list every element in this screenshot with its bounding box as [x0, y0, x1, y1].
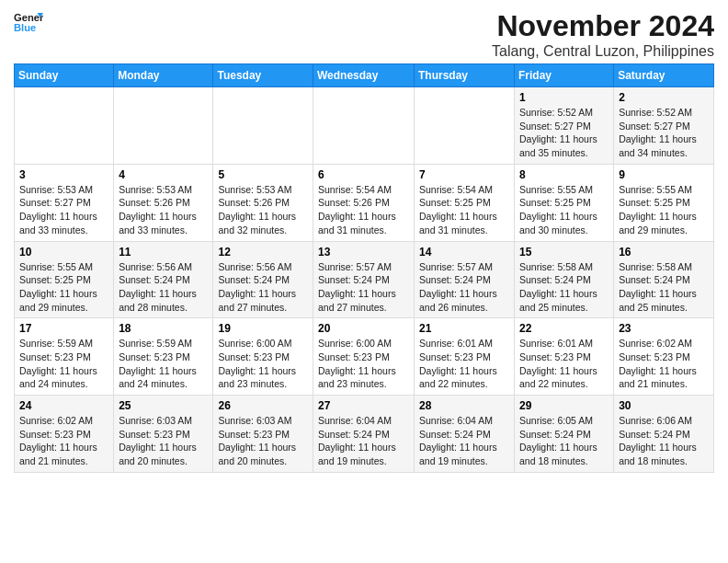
day-cell: 27Sunrise: 6:04 AM Sunset: 5:24 PM Dayli… [313, 396, 415, 473]
day-cell: 1Sunrise: 5:52 AM Sunset: 5:27 PM Daylig… [515, 87, 614, 165]
day-detail: Sunrise: 5:55 AM Sunset: 5:25 PM Dayligh… [519, 184, 597, 236]
day-number: 3 [19, 168, 108, 181]
day-cell: 26Sunrise: 6:03 AM Sunset: 5:23 PM Dayli… [213, 396, 313, 473]
day-number: 4 [119, 168, 208, 181]
day-detail: Sunrise: 6:01 AM Sunset: 5:23 PM Dayligh… [519, 338, 597, 389]
day-detail: Sunrise: 5:53 AM Sunset: 5:26 PM Dayligh… [119, 184, 197, 236]
day-number: 11 [119, 246, 208, 259]
day-cell: 30Sunrise: 6:06 AM Sunset: 5:24 PM Dayli… [614, 396, 714, 473]
day-detail: Sunrise: 5:53 AM Sunset: 5:26 PM Dayligh… [218, 184, 296, 236]
day-cell: 17Sunrise: 5:59 AM Sunset: 5:23 PM Dayli… [15, 318, 114, 396]
day-cell: 19Sunrise: 6:00 AM Sunset: 5:23 PM Dayli… [213, 318, 313, 396]
day-cell: 23Sunrise: 6:02 AM Sunset: 5:23 PM Dayli… [614, 318, 714, 396]
day-cell: 2Sunrise: 5:52 AM Sunset: 5:27 PM Daylig… [614, 87, 714, 165]
day-detail: Sunrise: 5:58 AM Sunset: 5:24 PM Dayligh… [519, 261, 597, 313]
day-detail: Sunrise: 6:00 AM Sunset: 5:23 PM Dayligh… [218, 338, 296, 389]
day-header-sunday: Sunday [15, 64, 114, 87]
day-cell: 21Sunrise: 6:01 AM Sunset: 5:23 PM Dayli… [415, 318, 515, 396]
day-number: 25 [119, 399, 208, 412]
day-cell [313, 87, 415, 165]
day-cell: 11Sunrise: 5:56 AM Sunset: 5:24 PM Dayli… [114, 241, 213, 318]
day-detail: Sunrise: 5:59 AM Sunset: 5:23 PM Dayligh… [119, 338, 197, 389]
day-cell: 16Sunrise: 5:58 AM Sunset: 5:24 PM Dayli… [614, 241, 714, 318]
title-area: November 2024 Talang, Central Luzon, Phi… [492, 9, 714, 60]
day-header-thursday: Thursday [415, 64, 515, 87]
header: General Blue November 2024 Talang, Centr… [14, 9, 714, 60]
day-detail: Sunrise: 5:54 AM Sunset: 5:26 PM Dayligh… [318, 184, 396, 236]
day-number: 22 [519, 322, 609, 335]
day-detail: Sunrise: 5:57 AM Sunset: 5:24 PM Dayligh… [419, 261, 497, 313]
week-row-1: 3Sunrise: 5:53 AM Sunset: 5:27 PM Daylig… [15, 164, 714, 241]
day-number: 26 [218, 399, 308, 412]
day-detail: Sunrise: 6:05 AM Sunset: 5:24 PM Dayligh… [519, 415, 597, 466]
day-number: 18 [119, 322, 208, 335]
day-number: 12 [218, 246, 308, 259]
day-cell: 25Sunrise: 6:03 AM Sunset: 5:23 PM Dayli… [114, 396, 213, 473]
day-number: 30 [619, 399, 709, 412]
day-cell: 4Sunrise: 5:53 AM Sunset: 5:26 PM Daylig… [114, 164, 213, 241]
day-cell: 14Sunrise: 5:57 AM Sunset: 5:24 PM Dayli… [415, 241, 515, 318]
day-detail: Sunrise: 6:01 AM Sunset: 5:23 PM Dayligh… [419, 338, 497, 389]
calendar-table: SundayMondayTuesdayWednesdayThursdayFrid… [14, 63, 714, 473]
day-number: 16 [619, 246, 709, 259]
day-detail: Sunrise: 6:04 AM Sunset: 5:24 PM Dayligh… [419, 415, 497, 466]
day-number: 7 [419, 168, 509, 181]
day-number: 14 [419, 246, 509, 259]
day-header-tuesday: Tuesday [213, 64, 313, 87]
day-cell: 3Sunrise: 5:53 AM Sunset: 5:27 PM Daylig… [15, 164, 114, 241]
day-cell: 13Sunrise: 5:57 AM Sunset: 5:24 PM Dayli… [313, 241, 415, 318]
day-cell: 15Sunrise: 5:58 AM Sunset: 5:24 PM Dayli… [515, 241, 614, 318]
week-row-4: 24Sunrise: 6:02 AM Sunset: 5:23 PM Dayli… [15, 396, 714, 473]
day-cell: 22Sunrise: 6:01 AM Sunset: 5:23 PM Dayli… [515, 318, 614, 396]
day-cell [415, 87, 515, 165]
day-cell: 24Sunrise: 6:02 AM Sunset: 5:23 PM Dayli… [15, 396, 114, 473]
day-number: 20 [318, 322, 409, 335]
calendar-header-row: SundayMondayTuesdayWednesdayThursdayFrid… [15, 64, 714, 87]
day-detail: Sunrise: 5:55 AM Sunset: 5:25 PM Dayligh… [19, 261, 97, 313]
day-cell: 5Sunrise: 5:53 AM Sunset: 5:26 PM Daylig… [213, 164, 313, 241]
day-number: 13 [318, 246, 409, 259]
day-detail: Sunrise: 6:02 AM Sunset: 5:23 PM Dayligh… [19, 415, 97, 466]
day-number: 5 [218, 168, 308, 181]
day-cell [213, 87, 313, 165]
day-number: 21 [419, 322, 509, 335]
day-detail: Sunrise: 5:52 AM Sunset: 5:27 PM Dayligh… [519, 107, 597, 158]
week-row-0: 1Sunrise: 5:52 AM Sunset: 5:27 PM Daylig… [15, 87, 714, 165]
day-number: 19 [218, 322, 308, 335]
month-year: November 2024 [492, 9, 714, 43]
day-cell: 28Sunrise: 6:04 AM Sunset: 5:24 PM Dayli… [415, 396, 515, 473]
logo: General Blue [14, 9, 43, 35]
svg-text:Blue: Blue [14, 22, 36, 33]
day-number: 9 [619, 168, 709, 181]
week-row-3: 17Sunrise: 5:59 AM Sunset: 5:23 PM Dayli… [15, 318, 714, 396]
day-number: 28 [419, 399, 509, 412]
day-cell: 6Sunrise: 5:54 AM Sunset: 5:26 PM Daylig… [313, 164, 415, 241]
day-detail: Sunrise: 5:55 AM Sunset: 5:25 PM Dayligh… [619, 184, 697, 236]
day-cell: 9Sunrise: 5:55 AM Sunset: 5:25 PM Daylig… [614, 164, 714, 241]
calendar-body: 1Sunrise: 5:52 AM Sunset: 5:27 PM Daylig… [15, 87, 714, 473]
day-header-saturday: Saturday [614, 64, 714, 87]
day-cell [15, 87, 114, 165]
day-detail: Sunrise: 5:56 AM Sunset: 5:24 PM Dayligh… [218, 261, 296, 313]
day-header-friday: Friday [515, 64, 614, 87]
day-number: 6 [318, 168, 409, 181]
day-detail: Sunrise: 6:03 AM Sunset: 5:23 PM Dayligh… [218, 415, 296, 466]
day-number: 23 [619, 322, 709, 335]
day-detail: Sunrise: 6:03 AM Sunset: 5:23 PM Dayligh… [119, 415, 197, 466]
day-detail: Sunrise: 5:53 AM Sunset: 5:27 PM Dayligh… [19, 184, 97, 236]
day-cell [114, 87, 213, 165]
logo-icon: General Blue [14, 9, 43, 35]
day-cell: 29Sunrise: 6:05 AM Sunset: 5:24 PM Dayli… [515, 396, 614, 473]
day-cell: 7Sunrise: 5:54 AM Sunset: 5:25 PM Daylig… [415, 164, 515, 241]
day-detail: Sunrise: 5:56 AM Sunset: 5:24 PM Dayligh… [119, 261, 197, 313]
day-detail: Sunrise: 5:54 AM Sunset: 5:25 PM Dayligh… [419, 184, 497, 236]
day-header-wednesday: Wednesday [313, 64, 415, 87]
day-detail: Sunrise: 5:57 AM Sunset: 5:24 PM Dayligh… [318, 261, 396, 313]
day-detail: Sunrise: 6:04 AM Sunset: 5:24 PM Dayligh… [318, 415, 396, 466]
day-header-monday: Monday [114, 64, 213, 87]
day-detail: Sunrise: 5:52 AM Sunset: 5:27 PM Dayligh… [619, 107, 697, 158]
week-row-2: 10Sunrise: 5:55 AM Sunset: 5:25 PM Dayli… [15, 241, 714, 318]
day-number: 15 [519, 246, 609, 259]
day-detail: Sunrise: 6:06 AM Sunset: 5:24 PM Dayligh… [619, 415, 697, 466]
day-detail: Sunrise: 5:59 AM Sunset: 5:23 PM Dayligh… [19, 338, 97, 389]
